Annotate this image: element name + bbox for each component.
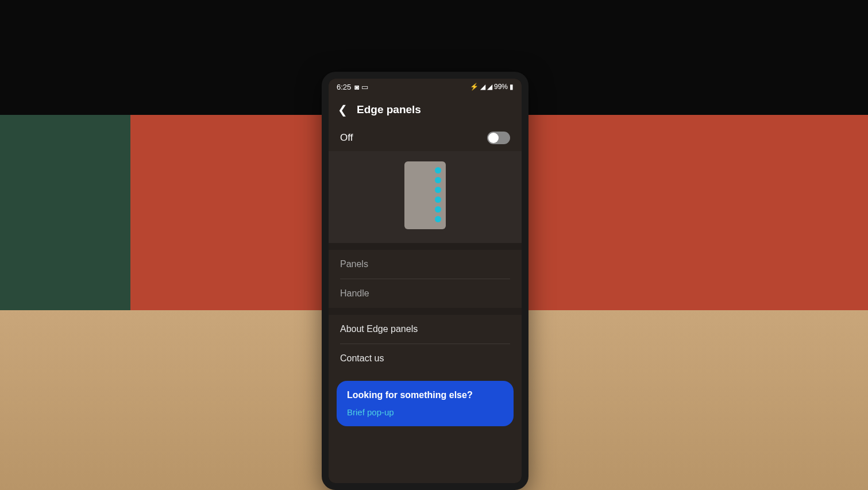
master-toggle-row: Off (329, 125, 522, 151)
battery-pct: 99% (494, 83, 508, 91)
status-bar: 6:25 ◙ ▭ ⚡ ◢ ◢ 99% ▮ (329, 79, 522, 95)
back-icon[interactable]: ❮ (338, 103, 348, 117)
preview-dot (435, 187, 441, 193)
preview-dot (435, 177, 441, 183)
preview-dots (435, 167, 441, 222)
toggle-thumb (488, 133, 499, 143)
battery-icon: ▮ (510, 83, 514, 91)
preview-dot (435, 196, 441, 203)
phone-frame: 6:25 ◙ ▭ ⚡ ◢ ◢ 99% ▮ ❮ Edge panels Off (322, 72, 528, 490)
lightning-icon: ⚡ (470, 83, 479, 91)
menu-section-2: About Edge panels Contact us (329, 315, 522, 373)
edge-panel-preview (329, 151, 522, 243)
preview-dot (435, 167, 441, 173)
menu-item-about[interactable]: About Edge panels (329, 315, 522, 344)
wifi-icon: ◢ (480, 83, 485, 91)
menu-section-1: Panels Handle (329, 250, 522, 308)
toggle-label: Off (340, 132, 353, 144)
preview-dot (435, 206, 441, 213)
signal-icon: ◢ (487, 83, 492, 91)
preview-dot (435, 216, 441, 222)
header: ❮ Edge panels (329, 95, 522, 125)
status-notification-icon: ◙ ▭ (354, 83, 368, 91)
menu-item-panels[interactable]: Panels (329, 250, 522, 279)
suggestion-card: Looking for something else? Brief pop-up (337, 381, 514, 426)
section-gap (329, 308, 522, 315)
status-time: 6:25 (337, 83, 351, 91)
section-gap (329, 243, 522, 250)
phone-screen: 6:25 ◙ ▭ ⚡ ◢ ◢ 99% ▮ ❮ Edge panels Off (329, 79, 522, 483)
menu-item-contact[interactable]: Contact us (329, 344, 522, 373)
master-toggle-switch[interactable] (487, 132, 510, 144)
suggestion-link[interactable]: Brief pop-up (347, 407, 503, 417)
status-right: ⚡ ◢ ◢ 99% ▮ (470, 83, 514, 91)
preview-rectangle (404, 161, 446, 229)
menu-item-handle[interactable]: Handle (329, 279, 522, 308)
status-left: 6:25 ◙ ▭ (337, 83, 368, 91)
suggestion-title: Looking for something else? (347, 390, 503, 400)
page-title: Edge panels (357, 103, 421, 116)
